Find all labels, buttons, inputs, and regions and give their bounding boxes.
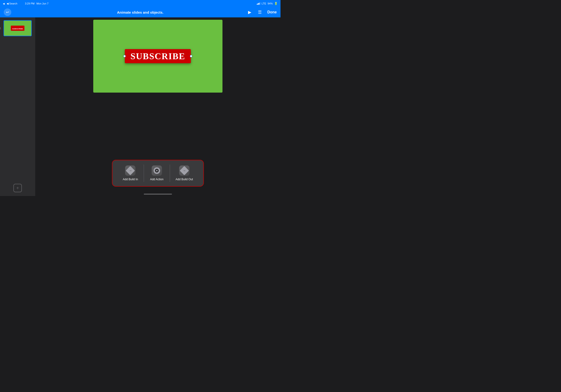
- status-date: Mon Jun 7: [36, 2, 48, 5]
- action-dot: [156, 170, 157, 171]
- build-in-label: Add Build In: [123, 178, 138, 181]
- top-nav-right: ☰ Done: [247, 9, 277, 16]
- back-arrow-icon: ◀: [3, 2, 5, 5]
- action-icon-container: [151, 165, 162, 176]
- selection-handle-right: [190, 55, 192, 57]
- thumbnail-subscribe-text: SUBSCRIBE: [12, 28, 23, 30]
- slide-canvas[interactable]: SUBSCRIBE: [93, 20, 223, 93]
- battery-label: 94%: [268, 2, 273, 5]
- subscribe-text: SUBSCRIBE: [130, 51, 185, 61]
- build-in-icon-container: →: [125, 165, 136, 176]
- slide-thumbnail-container: 1 SUBSCRIBE: [3, 20, 32, 36]
- build-in-arrow: →: [129, 169, 132, 173]
- build-out-icon: →: [181, 167, 187, 174]
- nav-title: Animate slides and objects.: [117, 10, 163, 14]
- add-build-out-button[interactable]: → Add Build Out: [170, 163, 198, 183]
- status-bar: ◀ ◀ Search 3:29 PM Mon Jun 7 LTE 94% 🔋: [0, 0, 280, 7]
- home-indicator: [144, 194, 172, 195]
- status-bar-right: LTE 94% 🔋: [257, 2, 278, 5]
- action-label: Add Action: [150, 178, 163, 181]
- battery-icon: 🔋: [274, 2, 278, 5]
- signal-icon: [257, 2, 260, 5]
- status-bar-left: ◀ ◀ Search 3:29 PM Mon Jun 7: [3, 2, 48, 5]
- thumbnail-subscribe-box: SUBSCRIBE: [11, 26, 24, 31]
- search-label[interactable]: ◀ Search: [7, 2, 17, 5]
- canvas-area: SUBSCRIBE → Add Build In: [35, 17, 280, 196]
- main-content: 1 SUBSCRIBE + SUBSCRIBE: [0, 17, 280, 196]
- add-slide-button[interactable]: +: [13, 184, 22, 192]
- list-button[interactable]: ☰: [257, 9, 263, 16]
- add-action-button[interactable]: Add Action: [144, 163, 170, 183]
- subscribe-element[interactable]: SUBSCRIBE: [125, 49, 191, 63]
- build-out-icon-container: →: [179, 165, 189, 176]
- play-button[interactable]: [247, 9, 252, 16]
- action-icon: [153, 167, 160, 174]
- animate-panel: → Add Build In Add Action: [112, 160, 204, 187]
- add-slide-icon: +: [16, 185, 19, 191]
- done-button[interactable]: Done: [267, 10, 277, 14]
- top-nav-bar: ↩ Animate slides and objects. ☰ Done: [0, 7, 280, 17]
- undo-button[interactable]: ↩: [4, 9, 11, 16]
- build-out-arrow: →: [183, 169, 186, 173]
- slide-panel: 1 SUBSCRIBE +: [0, 17, 35, 196]
- slide-number: 1: [0, 27, 1, 30]
- add-build-in-button[interactable]: → Add Build In: [117, 163, 144, 183]
- build-out-label: Add Build Out: [175, 178, 193, 181]
- status-time: 3:29 PM: [25, 2, 34, 5]
- undo-icon: ↩: [6, 10, 9, 14]
- lte-label: LTE: [262, 2, 266, 5]
- top-nav-left: ↩: [4, 9, 11, 16]
- slide-thumbnail[interactable]: SUBSCRIBE: [3, 20, 32, 36]
- selection-handle-left: [123, 55, 126, 57]
- build-in-icon: →: [127, 167, 134, 174]
